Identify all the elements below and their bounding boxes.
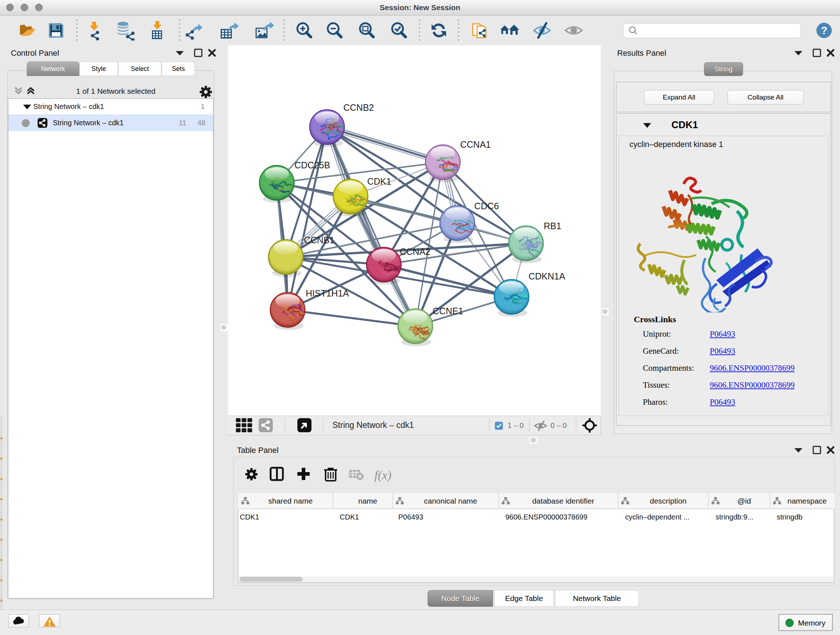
- svg-text:CDK1: CDK1: [367, 176, 392, 187]
- svg-text:CCNA1: CCNA1: [460, 139, 491, 149]
- svg-text:CCNE1: CCNE1: [433, 306, 463, 316]
- svg-text:f(x): f(x): [374, 469, 392, 482]
- svg-text:CDKN1A: CDKN1A: [529, 271, 565, 281]
- svg-text:CCNB1: CCNB1: [304, 235, 335, 245]
- svg-text:HIST1H1A: HIST1H1A: [306, 288, 349, 298]
- svg-text:CCNB2: CCNB2: [343, 103, 374, 112]
- svg-text:CCNA2: CCNA2: [400, 247, 431, 257]
- svg-text:RB1: RB1: [544, 221, 561, 231]
- svg-text:CDC25B: CDC25B: [294, 160, 330, 170]
- svg-text:CDC6: CDC6: [474, 201, 499, 211]
